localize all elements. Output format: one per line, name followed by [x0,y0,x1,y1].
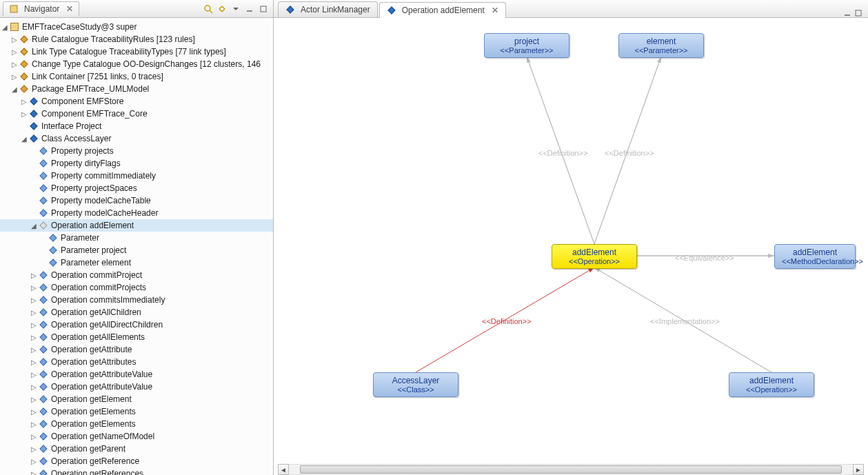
twisty-open-icon[interactable]: ◢ [19,135,29,143]
diagram-node-methodDecl[interactable]: addElement<<MethodDeclaration>> [774,244,856,269]
maximize-icon[interactable] [258,3,269,14]
twisty-closed-icon[interactable]: ▷ [19,98,29,105]
diagram-canvas[interactable]: project<<Parameter>>element<<Parameter>>… [274,18,868,475]
twisty-closed-icon[interactable]: ▷ [29,358,39,366]
tree-item[interactable]: ▷Operation getReferences [0,467,273,475]
diamond-icon [48,233,58,243]
minimize-icon[interactable] [244,3,255,14]
tree-item[interactable]: ▷Link Container [7251 links, 0 traces] [0,70,273,83]
twisty-open-icon[interactable]: ◢ [0,23,10,31]
tree-item[interactable]: ▷Change Type Catalogue OO-DesignChanges … [0,58,273,70]
close-icon[interactable]: ✕ [492,6,498,15]
maximize-icon[interactable] [854,9,862,17]
twisty-open-icon[interactable]: ◢ [10,85,19,93]
tree-item[interactable]: ◢EMFTraceCaseStudy@3 super [0,21,273,33]
tree-item[interactable]: ▷Operation getAttributeValue [0,368,273,381]
twisty-closed-icon[interactable]: ▷ [29,445,39,453]
twisty-closed-icon[interactable]: ▷ [19,110,29,118]
tree-item[interactable]: Interface Project [0,120,273,132]
tree-item[interactable]: Property projects [0,145,273,157]
tab-actor-linkmanager[interactable]: Actor LinkManager [278,1,378,17]
diamond-icon [19,59,29,69]
twisty-closed-icon[interactable]: ▷ [29,346,39,354]
twisty-closed-icon[interactable]: ▷ [29,470,39,476]
twisty-open-icon[interactable]: ◢ [29,222,39,230]
horizontal-scrollbar[interactable]: ◄ ► [278,464,864,475]
twisty-closed-icon[interactable]: ▷ [10,36,19,43]
minimize-icon[interactable] [843,9,851,17]
search-icon[interactable] [203,3,214,14]
diagram-node-centerOp[interactable]: addElement<<Operation>> [552,244,637,269]
twisty-closed-icon[interactable]: ▷ [29,371,39,378]
tree-item[interactable]: ◢Package EMFTrace_UMLModel [0,83,273,95]
twisty-closed-icon[interactable]: ▷ [29,383,39,391]
twisty-closed-icon[interactable]: ▷ [29,408,39,416]
tree-item[interactable]: Parameter project [0,244,273,256]
twisty-closed-icon[interactable]: ▷ [10,73,19,81]
diamond-icon [39,283,48,292]
scrollbar-track[interactable] [289,464,853,475]
twisty-closed-icon[interactable]: ▷ [10,48,19,56]
tree-item[interactable]: ▷Operation getAttributes [0,356,273,368]
project-icon [10,22,19,32]
tree-item[interactable]: ▷Operation getAttributeValue [0,381,273,393]
tree-item[interactable]: ▷Operation getAllDirectChildren [0,319,273,331]
twisty-closed-icon[interactable]: ▷ [29,396,39,403]
tree-item[interactable]: ▷Operation getNameOfModel [0,430,273,443]
twisty-closed-icon[interactable]: ▷ [29,421,39,428]
tree-item[interactable]: ◢Class AccessLayer [0,132,273,145]
twisty-closed-icon[interactable]: ▷ [29,321,39,329]
tree-item[interactable]: ▷Operation getElements [0,418,273,430]
scroll-right-icon[interactable]: ► [853,464,864,475]
tree-item[interactable]: ▷Operation commitsImmediately [0,294,273,306]
tree-item[interactable]: Parameter [0,232,273,244]
twisty-closed-icon[interactable]: ▷ [10,61,19,68]
tree-item[interactable]: Property projectSpaces [0,182,273,194]
twisty-closed-icon[interactable]: ▷ [29,433,39,441]
diagram-node-element[interactable]: element<<Parameter>> [618,33,704,58]
navigator-icon [9,4,19,14]
tree-item-label: Operation commitProjects [51,283,146,292]
tree-item[interactable]: ▷Operation getAttribute [0,343,273,356]
tree-item[interactable]: ▷Operation getReference [0,455,273,467]
tree-item[interactable]: ▷Component EMFTrace_Core [0,108,273,120]
close-icon[interactable]: ✕ [66,4,73,14]
diagram-node-accessLayer[interactable]: AccessLayer<<Class>> [373,372,458,397]
tree-item[interactable]: Parameter element [0,256,273,269]
twisty-closed-icon[interactable]: ▷ [29,309,39,316]
view-menu-icon[interactable] [230,3,241,14]
navigator-tab[interactable]: Navigator ✕ [3,1,79,16]
tree-item[interactable]: Property modelCacheHeader [0,207,273,219]
twisty-closed-icon[interactable]: ▷ [29,284,39,292]
tree-item[interactable]: ◢Operation addElement [0,219,273,232]
tree-item[interactable]: Property dirtyFlags [0,157,273,170]
tree-item[interactable]: ▷Rule Catalogue TraceabilityRules [123 r… [0,33,273,46]
tree-item[interactable]: ▷Operation getAllChildren [0,306,273,319]
tree-item[interactable]: ▷Operation commitProject [0,269,273,281]
twisty-closed-icon[interactable]: ▷ [29,334,39,341]
tree-item[interactable]: ▷Link Type Catalogue TraceabilityTypes [… [0,46,273,58]
tree-item[interactable]: ▷Component EMFStore [0,95,273,108]
tree-item[interactable]: ▷Operation getAllElements [0,331,273,343]
tree-item-label: Parameter project [61,245,126,255]
twisty-closed-icon[interactable]: ▷ [29,458,39,465]
tab-operation-addelement[interactable]: Operation addElement ✕ [379,2,506,18]
diamond-icon [39,307,48,317]
tree-item[interactable]: Property modelCacheTable [0,194,273,207]
link-with-editor-icon[interactable] [216,3,228,14]
svg-rect-4 [261,6,266,12]
twisty-closed-icon[interactable]: ▷ [29,296,39,304]
twisty-closed-icon[interactable]: ▷ [29,272,39,279]
scroll-left-icon[interactable]: ◄ [278,464,289,475]
diagram-node-lowerOp[interactable]: addElement<<Operation>> [729,372,814,397]
scrollbar-thumb[interactable] [300,465,841,474]
tree-item[interactable]: ▷Operation getParent [0,443,273,455]
tree-item[interactable]: ▷Operation getElements [0,405,273,418]
diagram-node-project[interactable]: project<<Parameter>> [484,33,569,58]
tree-item[interactable]: Property commitImmediately [0,170,273,182]
tree-item-label: Link Type Catalogue TraceabilityTypes [7… [32,47,226,57]
tree-item[interactable]: ▷Operation getElement [0,393,273,405]
navigator-tree[interactable]: ◢EMFTraceCaseStudy@3 super▷Rule Catalogu… [0,18,273,475]
node-title: addElement [559,247,629,257]
tree-item[interactable]: ▷Operation commitProjects [0,281,273,294]
